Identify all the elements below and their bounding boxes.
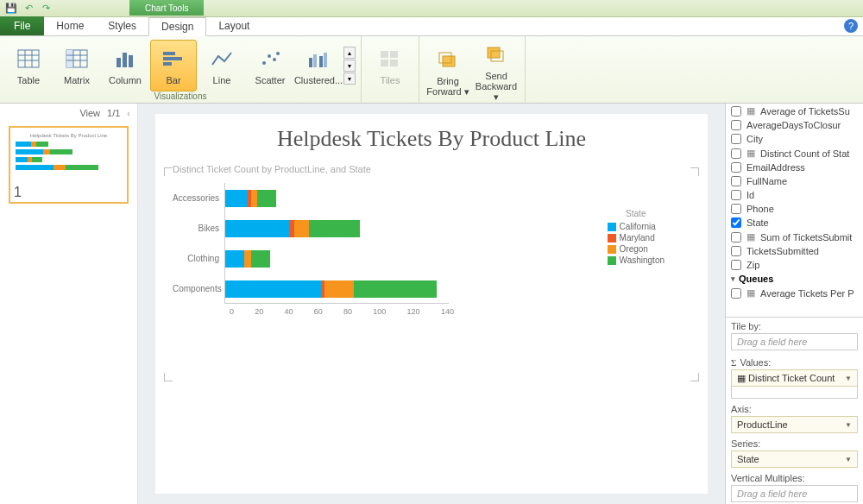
vis-column-button[interactable]: Column	[102, 40, 148, 91]
tab-home[interactable]: Home	[44, 16, 96, 35]
bar-segment	[354, 280, 438, 298]
chevron-left-icon[interactable]: ‹	[127, 108, 130, 118]
axis-well[interactable]: ProductLine▼	[731, 416, 858, 433]
field-item[interactable]: City	[726, 132, 863, 146]
vis-table-button[interactable]: Table	[5, 40, 52, 91]
field-checkbox[interactable]	[731, 120, 741, 130]
field-checkbox[interactable]	[731, 217, 741, 228]
field-item[interactable]: Phone	[726, 202, 863, 216]
ribbon: Table Matrix Column Bar Line Scatter Clu…	[0, 36, 863, 104]
field-label: Average Tickets Per P	[760, 288, 854, 299]
field-item[interactable]: State	[726, 216, 863, 230]
selection-handle[interactable]	[690, 167, 699, 176]
svg-rect-22	[313, 54, 317, 67]
field-item[interactable]: Zip	[726, 258, 863, 272]
bar-row	[225, 250, 270, 268]
bring-forward-button[interactable]: Bring Forward ▾	[425, 40, 471, 104]
save-icon[interactable]: 💾	[5, 3, 17, 15]
field-item[interactable]: EmailAddress	[726, 161, 863, 174]
svg-rect-27	[381, 60, 388, 66]
field-checkbox[interactable]	[731, 148, 741, 159]
bar-row	[225, 190, 276, 207]
field-checkbox[interactable]	[731, 106, 741, 117]
x-tick: 140	[441, 307, 454, 316]
svg-point-20	[276, 52, 280, 55]
bar-segment	[244, 250, 250, 268]
field-item[interactable]: ▦Average of TicketsSu	[726, 104, 863, 118]
view-navigator: View 1/1 ‹ Helpdesk Tickets By Product L…	[0, 104, 138, 504]
field-checkbox[interactable]	[731, 232, 741, 243]
vertical-multiples-well[interactable]: Drag a field here	[731, 485, 858, 502]
tile-by-well[interactable]: Drag a field here	[731, 333, 858, 350]
tiles-button: Tiles	[367, 40, 413, 91]
field-label: City	[746, 134, 763, 144]
field-checkbox[interactable]	[731, 190, 741, 200]
plot-area	[224, 183, 449, 304]
field-item[interactable]: ▦Distinct Count of Stat	[726, 146, 863, 161]
svg-point-18	[268, 54, 271, 58]
field-label: EmailAddress	[746, 162, 805, 173]
bar-segment	[309, 220, 360, 237]
redo-icon[interactable]: ↷	[40, 3, 52, 15]
series-well[interactable]: State▼	[731, 450, 858, 468]
y-label: Components	[173, 284, 219, 293]
x-tick: 120	[407, 307, 420, 316]
svg-rect-6	[66, 50, 73, 67]
vis-scatter-button[interactable]: Scatter	[247, 40, 293, 91]
field-checkbox[interactable]	[731, 260, 741, 270]
field-checkbox[interactable]	[731, 288, 741, 299]
vis-matrix-button[interactable]: Matrix	[54, 40, 100, 91]
x-axis-labels: 020406080100120140	[230, 307, 454, 316]
tab-file[interactable]: File	[0, 16, 44, 35]
vis-clustered-button[interactable]: Clustered...	[295, 40, 342, 91]
chart[interactable]: AccessoriesBikesClothingComponents 02040…	[173, 183, 690, 356]
field-item[interactable]: ▦Sum of TicketsSubmit	[726, 230, 863, 244]
field-checkbox[interactable]	[731, 134, 741, 144]
selection-handle[interactable]	[690, 373, 699, 381]
field-label: TicketsSubmitted	[746, 246, 819, 256]
undo-icon[interactable]: ↶	[22, 3, 35, 15]
report-canvas[interactable]: Helpdesk Tickets By Product Line Distinc…	[138, 104, 725, 504]
x-tick: 0	[230, 307, 234, 316]
main-area: View 1/1 ‹ Helpdesk Tickets By Product L…	[0, 104, 863, 504]
bar-row	[225, 280, 437, 298]
bar-segment	[251, 190, 257, 207]
tab-styles[interactable]: Styles	[96, 16, 148, 35]
chevron-down-icon: ▼	[845, 456, 852, 463]
legend-swatch	[608, 234, 616, 243]
field-label: Distinct Count of Stat	[760, 148, 849, 159]
tab-design[interactable]: Design	[148, 17, 206, 36]
axis-label: Axis:	[731, 404, 858, 414]
legend-item: Maryland	[608, 233, 665, 243]
aggregate-icon: ▦	[746, 287, 755, 299]
selection-handle[interactable]	[164, 373, 173, 381]
svg-rect-0	[18, 50, 39, 67]
field-item[interactable]: FullName	[726, 174, 863, 188]
field-checkbox[interactable]	[731, 204, 741, 214]
field-item[interactable]: Id	[726, 188, 863, 202]
help-icon[interactable]: ?	[844, 19, 858, 33]
field-checkbox[interactable]	[731, 162, 741, 173]
bar-segment	[251, 250, 270, 268]
values-well[interactable]: ▦ Distinct Ticket Count▼	[731, 369, 858, 387]
field-group[interactable]: Queues	[726, 272, 863, 286]
svg-rect-11	[117, 58, 121, 67]
field-label: AverageDaysToClosur	[746, 120, 841, 130]
field-list[interactable]: ▦Average of TicketsSuAverageDaysToClosur…	[726, 104, 863, 318]
field-checkbox[interactable]	[731, 246, 741, 256]
y-label: Accessories	[173, 193, 219, 203]
field-checkbox[interactable]	[731, 176, 741, 186]
vis-bar-button[interactable]: Bar	[150, 40, 197, 91]
view-thumbnail-1[interactable]: Helpdesk Tickets By Product Line 1	[9, 126, 129, 204]
vis-line-button[interactable]: Line	[198, 40, 245, 91]
vertical-multiples-label: Vertical Multiples:	[731, 473, 858, 483]
selection-handle[interactable]	[164, 167, 173, 176]
gallery-scroll[interactable]: ▴▾▾	[343, 40, 356, 91]
field-item[interactable]: TicketsSubmitted	[726, 244, 863, 258]
field-item[interactable]: AverageDaysToClosur	[726, 118, 863, 132]
report-sheet: Helpdesk Tickets By Product Line Distinc…	[155, 114, 708, 494]
tab-layout[interactable]: Layout	[206, 16, 261, 35]
send-backward-button[interactable]: Send Backward ▾	[473, 40, 520, 104]
field-item[interactable]: ▦Average Tickets Per P	[726, 286, 863, 300]
bar-segment	[294, 220, 309, 237]
